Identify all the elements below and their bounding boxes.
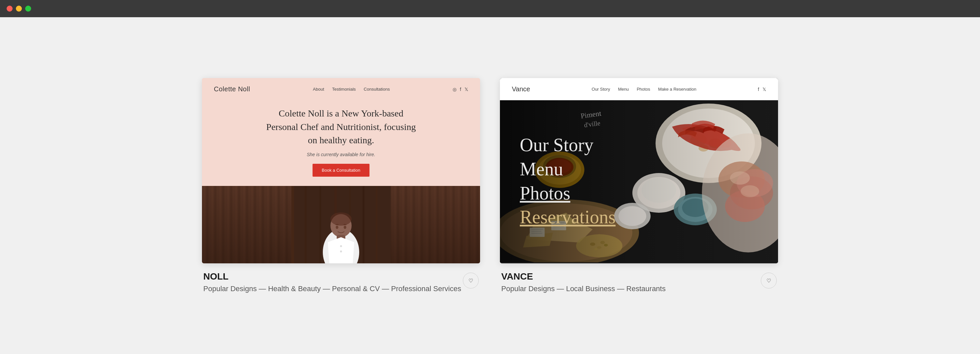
vance-navbar: Vance Our Story Menu Photos Make a Reser…	[500, 78, 778, 100]
traffic-lights	[6, 6, 31, 11]
twitter-icon[interactable]: 𝕏	[465, 87, 468, 92]
vance-logo: Vance	[512, 85, 530, 93]
noll-nav-links: About Testimonials Consultations	[313, 87, 390, 92]
vance-nav-menu[interactable]: Menu	[618, 87, 629, 92]
svg-rect-1	[291, 186, 294, 264]
noll-preview[interactable]: Colette Noll About Testimonials Consulta…	[202, 78, 480, 264]
noll-card-text: NOLL Popular Designs — Health & Beauty —…	[203, 271, 461, 293]
vance-menu-overlay: Our Story Menu Photos Reservations	[520, 133, 616, 229]
noll-subtext: She is currently available for hire.	[214, 152, 468, 157]
svg-point-11	[340, 245, 342, 247]
noll-nav-about[interactable]: About	[313, 87, 324, 92]
vance-card-tags: Popular Designs — Local Business — Resta…	[501, 284, 665, 293]
noll-headline: Colette Noll is a New York-based Persona…	[214, 107, 468, 147]
svg-rect-3	[320, 186, 321, 264]
noll-nav-consultations[interactable]: Consultations	[364, 87, 390, 92]
svg-point-15	[331, 213, 352, 225]
noll-hero: Colette Noll is a New York-based Persona…	[202, 100, 480, 186]
vance-card-info: VANCE Popular Designs — Local Business —…	[500, 264, 778, 293]
instagram-icon[interactable]: ◎	[453, 87, 457, 92]
noll-navbar: Colette Noll About Testimonials Consulta…	[202, 78, 480, 100]
traffic-light-yellow[interactable]	[16, 6, 22, 11]
noll-card-title: NOLL	[203, 271, 461, 282]
heart-icon: ♡	[468, 278, 473, 284]
svg-point-13	[336, 225, 338, 229]
noll-logo: Colette Noll	[214, 85, 250, 93]
noll-card: Colette Noll About Testimonials Consulta…	[202, 78, 480, 293]
vance-nav-reservation[interactable]: Make a Reservation	[658, 87, 697, 92]
traffic-light-red[interactable]	[6, 6, 13, 11]
traffic-light-green[interactable]	[25, 6, 31, 11]
vance-menu-reservations[interactable]: Reservations	[520, 205, 616, 230]
book-consultation-button[interactable]: Book a Consultation	[313, 164, 369, 177]
vance-nav-icons: f 𝕏	[758, 87, 766, 92]
main-content: Colette Noll About Testimonials Consulta…	[0, 17, 980, 354]
vance-card-text: VANCE Popular Designs — Local Business —…	[501, 271, 665, 293]
vance-heart-button[interactable]: ♡	[761, 273, 777, 289]
noll-card-info: NOLL Popular Designs — Health & Beauty —…	[202, 264, 480, 293]
svg-point-14	[344, 225, 346, 229]
svg-rect-2	[305, 186, 307, 264]
vance-nav-links: Our Story Menu Photos Make a Reservation	[592, 87, 696, 92]
facebook-icon[interactable]: f	[758, 87, 759, 92]
facebook-icon[interactable]: f	[460, 87, 461, 92]
vance-hero: Piment d'ville Our	[500, 100, 778, 262]
noll-card-tags: Popular Designs — Health & Beauty — Pers…	[203, 284, 461, 293]
svg-point-12	[340, 251, 342, 252]
vance-menu-our-story[interactable]: Our Story	[520, 133, 616, 157]
vance-menu-photos[interactable]: Photos	[520, 181, 616, 205]
vance-nav-ourstory[interactable]: Our Story	[592, 87, 610, 92]
titlebar	[0, 0, 980, 17]
vance-card-title: VANCE	[501, 271, 665, 282]
vance-menu-menu[interactable]: Menu	[520, 157, 616, 181]
noll-image-section	[202, 186, 480, 264]
svg-rect-7	[376, 186, 377, 264]
noll-heart-button[interactable]: ♡	[463, 273, 479, 289]
vance-preview[interactable]: Vance Our Story Menu Photos Make a Reser…	[500, 78, 778, 264]
noll-nav-icons: ◎ f 𝕏	[453, 87, 468, 92]
vance-nav-photos[interactable]: Photos	[637, 87, 650, 92]
svg-rect-6	[363, 186, 364, 264]
chef-illustration	[291, 186, 391, 264]
noll-nav-testimonials[interactable]: Testimonials	[332, 87, 356, 92]
vance-card: Vance Our Story Menu Photos Make a Reser…	[500, 78, 778, 293]
heart-icon: ♡	[767, 278, 771, 284]
twitter-icon[interactable]: 𝕏	[762, 87, 766, 92]
